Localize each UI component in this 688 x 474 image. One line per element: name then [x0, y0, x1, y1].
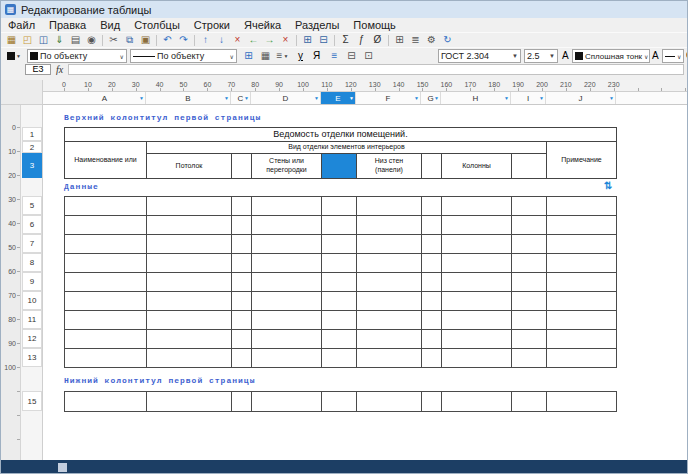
- column-dropdown-icon[interactable]: ▼: [349, 95, 354, 101]
- grid-cell[interactable]: [147, 254, 232, 273]
- insert-row-above-button[interactable]: ↑: [198, 33, 213, 47]
- grid-cell[interactable]: [232, 254, 252, 273]
- grid-cell[interactable]: [322, 292, 357, 311]
- grid-cell[interactable]: [252, 235, 322, 254]
- grid-cell[interactable]: [442, 311, 512, 330]
- grid-cell[interactable]: [512, 349, 547, 368]
- insert-row-below-button[interactable]: ↓: [214, 33, 229, 47]
- row-header-7[interactable]: 7: [22, 234, 42, 253]
- grid-cell[interactable]: [65, 197, 147, 216]
- grid-cell[interactable]: [322, 216, 357, 235]
- grid-cell[interactable]: [65, 330, 147, 349]
- menu-file[interactable]: Файл: [1, 18, 42, 32]
- column-dropdown-icon[interactable]: ▼: [539, 95, 544, 101]
- cell-columns-header[interactable]: Колонны: [442, 154, 512, 179]
- grid-cell[interactable]: [547, 197, 617, 216]
- text-height-combo[interactable]: 2.5 ▼: [524, 49, 558, 63]
- grid-cell[interactable]: [322, 311, 357, 330]
- vertical-align-button[interactable]: ⊟: [344, 49, 359, 63]
- grid-cell[interactable]: [422, 330, 442, 349]
- text-frame-button[interactable]: ⊡: [361, 49, 376, 63]
- menu-help[interactable]: Помощь: [346, 18, 403, 32]
- grid-cell[interactable]: [232, 235, 252, 254]
- grid-cell[interactable]: [322, 349, 357, 368]
- grid-cell[interactable]: [547, 349, 617, 368]
- grid-cell[interactable]: [442, 197, 512, 216]
- grid-cell[interactable]: [422, 392, 442, 412]
- align-menu-button[interactable]: ≡▼: [275, 49, 290, 63]
- grid-cell[interactable]: [512, 292, 547, 311]
- paste-button[interactable]: ▣: [138, 33, 153, 47]
- export-table-button[interactable]: ⇓: [52, 33, 67, 47]
- grid-cell[interactable]: [357, 254, 422, 273]
- formula-button[interactable]: ƒ: [354, 33, 369, 47]
- redo-button[interactable]: ↷: [176, 33, 191, 47]
- insert-col-left-button[interactable]: ←: [246, 33, 261, 47]
- row-header-1[interactable]: 1: [22, 127, 42, 141]
- grid-cell[interactable]: [322, 392, 357, 412]
- cell-walls-header[interactable]: Стены или перегородки: [252, 154, 322, 179]
- row-header-15[interactable]: 15: [22, 391, 42, 411]
- grid-cell[interactable]: [357, 392, 422, 412]
- grid-cell[interactable]: [147, 292, 232, 311]
- column-header-a[interactable]: A▼: [64, 92, 146, 104]
- column-dropdown-icon[interactable]: ▼: [434, 95, 439, 101]
- grid-cell[interactable]: [547, 292, 617, 311]
- column-header-i[interactable]: I▼: [511, 92, 546, 104]
- menu-sections[interactable]: Разделы: [288, 18, 346, 32]
- borders-button[interactable]: ⊞: [392, 33, 407, 47]
- grid-cell[interactable]: [252, 392, 322, 412]
- grid-cell[interactable]: [422, 273, 442, 292]
- menu-columns[interactable]: Столбцы: [127, 18, 187, 32]
- cell-e3-selected[interactable]: [322, 154, 357, 179]
- grid-cell[interactable]: [357, 311, 422, 330]
- quick-color-button[interactable]: ▼: [4, 49, 24, 63]
- menu-rows[interactable]: Строки: [187, 18, 237, 32]
- grid-cell[interactable]: [322, 330, 357, 349]
- grid-cell[interactable]: [252, 197, 322, 216]
- grid-cell[interactable]: [232, 197, 252, 216]
- formula-input[interactable]: [68, 64, 684, 75]
- mirror-text-button[interactable]: Я: [309, 49, 324, 63]
- column-dropdown-icon[interactable]: ▼: [139, 95, 144, 101]
- grid-cell[interactable]: [547, 311, 617, 330]
- grid-cell[interactable]: [442, 392, 512, 412]
- row-header-12[interactable]: 12: [22, 329, 42, 348]
- underline-text-button[interactable]: у: [293, 49, 308, 63]
- row-header-2[interactable]: 2: [22, 141, 42, 153]
- grid-cell[interactable]: [322, 197, 357, 216]
- diameter-symbol-button[interactable]: Ø: [370, 33, 385, 47]
- grid-cell[interactable]: [252, 330, 322, 349]
- grid-cell[interactable]: [252, 292, 322, 311]
- save-table-button[interactable]: ◫: [36, 33, 51, 47]
- row-header-3[interactable]: 3: [22, 153, 42, 178]
- column-dropdown-icon[interactable]: ▼: [244, 95, 249, 101]
- grid-cell[interactable]: [252, 273, 322, 292]
- column-header-e[interactable]: E▼: [321, 92, 356, 104]
- grid-cell[interactable]: [442, 235, 512, 254]
- grid-cell[interactable]: [65, 392, 147, 412]
- cell-c3[interactable]: [232, 154, 252, 179]
- column-header-g[interactable]: G▼: [421, 92, 441, 104]
- grid-cell[interactable]: [65, 254, 147, 273]
- grid-cell[interactable]: [147, 330, 232, 349]
- cell-borders-button[interactable]: ⊞: [241, 49, 256, 63]
- grid-cell[interactable]: [147, 349, 232, 368]
- grid-cell[interactable]: [147, 197, 232, 216]
- grid-cell[interactable]: [147, 235, 232, 254]
- grid-cell[interactable]: [442, 273, 512, 292]
- grid-cell[interactable]: [442, 292, 512, 311]
- cell-g3[interactable]: [422, 154, 442, 179]
- grid-cell[interactable]: [547, 392, 617, 412]
- grid-cell[interactable]: [512, 392, 547, 412]
- grid-cell[interactable]: [422, 292, 442, 311]
- row-header-5[interactable]: 5: [22, 196, 42, 215]
- column-header-j[interactable]: J▼: [546, 92, 616, 104]
- grid-cell[interactable]: [512, 254, 547, 273]
- column-header-h[interactable]: H▼: [441, 92, 511, 104]
- grid-cell[interactable]: [422, 197, 442, 216]
- cut-button[interactable]: ✂: [106, 33, 121, 47]
- grid-cell[interactable]: [65, 292, 147, 311]
- grid-cell[interactable]: [232, 392, 252, 412]
- menu-view[interactable]: Вид: [93, 18, 127, 32]
